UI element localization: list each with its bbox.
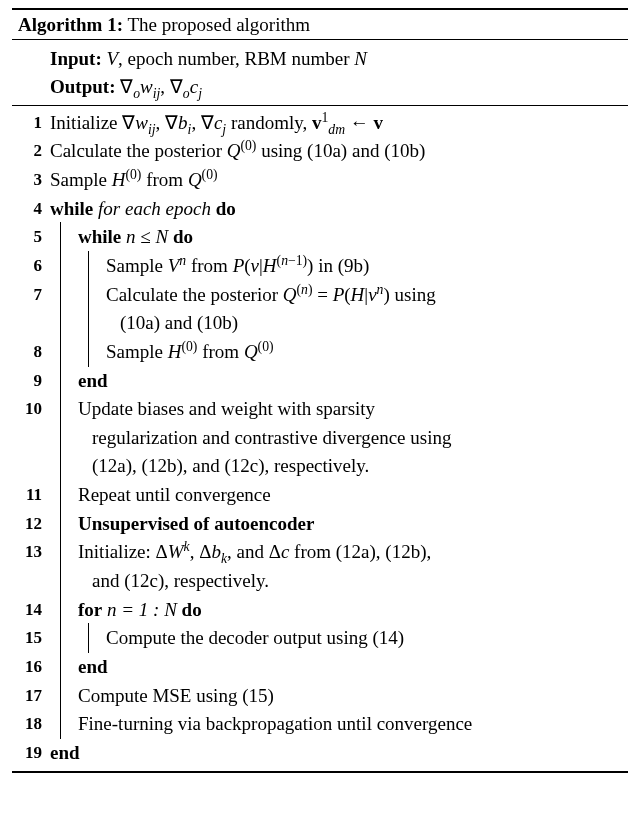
lineno: 7 xyxy=(12,282,50,307)
lineno: 16 xyxy=(12,654,50,679)
for-cond: n = 1 : N xyxy=(107,599,177,620)
algo-line: Calculate the posterior Q(n) = P(H|vn) u… xyxy=(50,282,622,308)
algo-line: Fine-turning via backpropagation until c… xyxy=(50,711,622,737)
lineno: 2 xyxy=(12,138,50,163)
lineno: 1 xyxy=(12,110,50,135)
algo-line: while n ≤ N do xyxy=(50,224,622,250)
algo-line: Sample H(0) from Q(0) xyxy=(50,339,622,365)
input-label: Input: xyxy=(50,48,102,69)
for-kw: for xyxy=(78,599,102,620)
algo-line: Sample Vn from P(v|H(n−1)) in (9b) xyxy=(50,253,622,279)
algorithm-title: Algorithm 1: The proposed algorithm xyxy=(12,10,628,40)
algo-line: Compute MSE using (15) xyxy=(50,683,622,709)
lineno: 12 xyxy=(12,511,50,536)
input-line: Input: V, epoch number, RBM number N xyxy=(50,46,622,72)
lineno: 11 xyxy=(12,482,50,507)
end-kw: end xyxy=(78,656,108,677)
io-block: Input: V, epoch number, RBM number N Out… xyxy=(12,40,628,106)
algo-line: Unsupervised of autoencoder xyxy=(50,511,622,537)
algo-line: Repeat until convergence xyxy=(50,482,622,508)
lineno: 17 xyxy=(12,683,50,708)
lineno: 14 xyxy=(12,597,50,622)
lineno: 13 xyxy=(12,539,50,564)
algo-line: Calculate the posterior Q(0) using (10a)… xyxy=(50,138,622,164)
lineno: 19 xyxy=(12,740,50,765)
algo-line-cont: (10a) and (10b) xyxy=(50,310,622,336)
algo-line: Initialize ∇wij, ∇bi, ∇cj randomly, v1dm… xyxy=(50,110,622,136)
algorithm-box: Algorithm 1: The proposed algorithm Inpu… xyxy=(12,8,628,773)
input-text: V, epoch number, RBM number N xyxy=(107,48,367,69)
end-kw: end xyxy=(78,370,108,391)
output-line: Output: ∇owij, ∇ocj xyxy=(50,74,622,100)
algo-line-cont: (12a), (12b), and (12c), respectively. xyxy=(50,453,622,479)
algorithm-name: The proposed algorithm xyxy=(127,14,310,35)
section-header: Unsupervised of autoencoder xyxy=(78,513,314,534)
algo-line: end xyxy=(50,740,622,766)
algo-line: Sample H(0) from Q(0) xyxy=(50,167,622,193)
lineno: 18 xyxy=(12,711,50,736)
lineno: 6 xyxy=(12,253,50,278)
lineno: 15 xyxy=(12,625,50,650)
lineno: 3 xyxy=(12,167,50,192)
do-kw: do xyxy=(182,599,202,620)
lineno: 8 xyxy=(12,339,50,364)
algo-line-cont: regularization and contrastive divergenc… xyxy=(50,425,622,451)
end-kw: end xyxy=(50,742,80,763)
algorithm-label: Algorithm 1: xyxy=(18,14,123,35)
algo-line: Update biases and weight with sparsity xyxy=(50,396,622,422)
algo-line: Compute the decoder output using (14) xyxy=(50,625,622,651)
algo-line: end xyxy=(50,654,622,680)
while-cond: n ≤ N xyxy=(126,226,168,247)
while-kw: while xyxy=(50,198,93,219)
lineno: 10 xyxy=(12,396,50,421)
algo-line: end xyxy=(50,368,622,394)
algo-line: for n = 1 : N do xyxy=(50,597,622,623)
do-kw: do xyxy=(173,226,193,247)
algorithm-body: 1 Initialize ∇wij, ∇bi, ∇cj randomly, v1… xyxy=(12,106,628,771)
algo-line: Initialize: ΔWk, Δbk, and Δc from (12a),… xyxy=(50,539,622,565)
algo-line-cont: and (12c), respectively. xyxy=(50,568,622,594)
algo-line: while for each epoch do xyxy=(50,196,622,222)
while-cond: for each epoch xyxy=(98,198,211,219)
lineno: 5 xyxy=(12,224,50,249)
while-kw: while xyxy=(78,226,121,247)
lineno: 4 xyxy=(12,196,50,221)
output-text: ∇owij, ∇ocj xyxy=(120,76,202,97)
do-kw: do xyxy=(216,198,236,219)
lineno: 9 xyxy=(12,368,50,393)
output-label: Output: xyxy=(50,76,115,97)
